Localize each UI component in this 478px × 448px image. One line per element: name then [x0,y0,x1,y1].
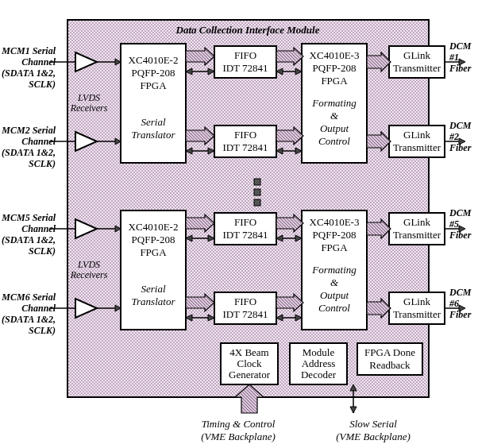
svg-rect-94 [254,179,260,185]
svg-rect-96 [254,199,260,206]
glink-2-l2: Transmitter [393,141,441,153]
svg-text:FIFO: FIFO [234,216,256,228]
glink-2-l1: GLink [403,129,430,141]
svg-text:Fiber: Fiber [449,142,472,153]
svg-text:DCM: DCM [449,287,472,298]
svg-text:Serial: Serial [141,283,165,295]
xc-output-1-s4: Control [318,135,350,147]
svg-text:GLink: GLink [403,216,430,228]
svg-text:Transmitter: Transmitter [393,229,441,241]
xc-output-1-s1: Formating [311,97,357,109]
svg-text:Module: Module [303,346,335,358]
svg-text:4X Beam: 4X Beam [229,346,268,358]
svg-text:Readback: Readback [369,359,411,371]
svg-text:PQFP-208: PQFP-208 [132,234,175,245]
svg-text:FPGA: FPGA [321,241,348,253]
xc-input-1-l1: XC4010E-2 [129,54,179,66]
in1-l1: MCM1 Serial [1,45,56,56]
svg-text:Generator: Generator [229,369,271,380]
svg-text:Fiber: Fiber [449,230,472,241]
svg-text:IDT 72841: IDT 72841 [222,229,268,241]
svg-rect-95 [254,189,260,195]
fifo-2-l1: FIFO [234,129,256,141]
svg-text:DCM: DCM [449,207,472,218]
svg-text:Formating: Formating [311,264,357,276]
glink-1-l1: GLink [403,49,430,61]
svg-text:Channel: Channel [21,303,56,314]
svg-text:XC4010E-3: XC4010E-3 [310,216,360,228]
svg-text:Clock: Clock [237,357,262,369]
label-slow-1: Slow Serial [349,418,397,430]
svg-text:Translator: Translator [132,295,176,307]
svg-text:XC4010E-2: XC4010E-2 [129,221,179,233]
svg-text:Channel: Channel [21,56,56,68]
svg-text:SCLK): SCLK) [29,158,56,169]
svg-text:Transmitter: Transmitter [393,308,441,320]
svg-text:Output: Output [320,289,349,301]
xc-output-1-s2: & [330,110,339,122]
svg-text:(SDATA 1&2,: (SDATA 1&2, [2,68,56,79]
svg-text:MCM2 Serial: MCM2 Serial [1,125,56,136]
svg-text:#2: #2 [449,131,459,142]
svg-text:Control: Control [318,302,350,314]
xc-input-1-l3: FPGA [140,79,167,91]
module-title: Data Collection Interface Module [175,24,320,36]
svg-text:FPGA: FPGA [140,246,167,258]
svg-text:Fiber: Fiber [449,63,472,74]
svg-text:SCLK): SCLK) [29,245,56,257]
label-timing-1: Timing & Control [202,418,276,430]
svg-text:MCM6 Serial: MCM6 Serial [1,292,56,303]
svg-text:DCM: DCM [449,120,472,131]
svg-text:Decoder: Decoder [301,369,337,380]
fifo-1-l1: FIFO [234,49,256,61]
xc-input-1-l2: PQFP-208 [132,67,175,79]
xc-output-1-s3: Output [320,122,349,134]
xc-output-1-l1: XC4010E-3 [310,49,360,61]
svg-text:#1: #1 [449,52,459,63]
svg-text:FPGA Done: FPGA Done [364,346,415,358]
svg-text:LVDS: LVDS [77,259,100,270]
svg-text:SCLK): SCLK) [29,79,56,90]
svg-text:DCM: DCM [449,41,472,52]
fifo-1-l2: IDT 72841 [222,62,268,74]
svg-text:(SDATA 1&2,: (SDATA 1&2, [2,147,56,158]
xc-output-1-l3: FPGA [321,75,348,87]
svg-text:SCLK): SCLK) [29,325,56,336]
lvds-label-1b: Receivers [70,102,108,114]
fifo-2-l2: IDT 72841 [222,141,268,153]
svg-text:Channel: Channel [21,136,56,147]
lvds-label-1a: LVDS [77,92,100,103]
svg-text:Receivers: Receivers [70,269,108,280]
svg-marker-108 [350,407,357,413]
svg-text:Address: Address [302,357,336,369]
label-slow-2: (VME Backplane) [336,431,410,442]
label-timing-2: (VME Backplane) [201,431,275,442]
svg-text:&: & [330,276,339,288]
svg-text:(SDATA 1&2,: (SDATA 1&2, [2,234,56,245]
svg-text:IDT 72841: IDT 72841 [222,308,268,320]
svg-text:FIFO: FIFO [234,295,256,307]
svg-text:PQFP-208: PQFP-208 [313,229,357,241]
svg-text:#5: #5 [449,218,459,230]
svg-text:Channel: Channel [21,223,56,234]
xc-input-1-s1: Serial [141,116,165,128]
svg-text:MCM5 Serial: MCM5 Serial [1,212,56,223]
svg-text:#6: #6 [449,298,459,309]
xc-input-1-s2: Translator [132,129,176,141]
xc-output-1-l2: PQFP-208 [313,62,357,74]
svg-text:GLink: GLink [403,295,430,307]
svg-text:Fiber: Fiber [449,309,472,320]
glink-1-l2: Transmitter [393,62,441,74]
svg-text:(SDATA 1&2,: (SDATA 1&2, [2,314,56,325]
